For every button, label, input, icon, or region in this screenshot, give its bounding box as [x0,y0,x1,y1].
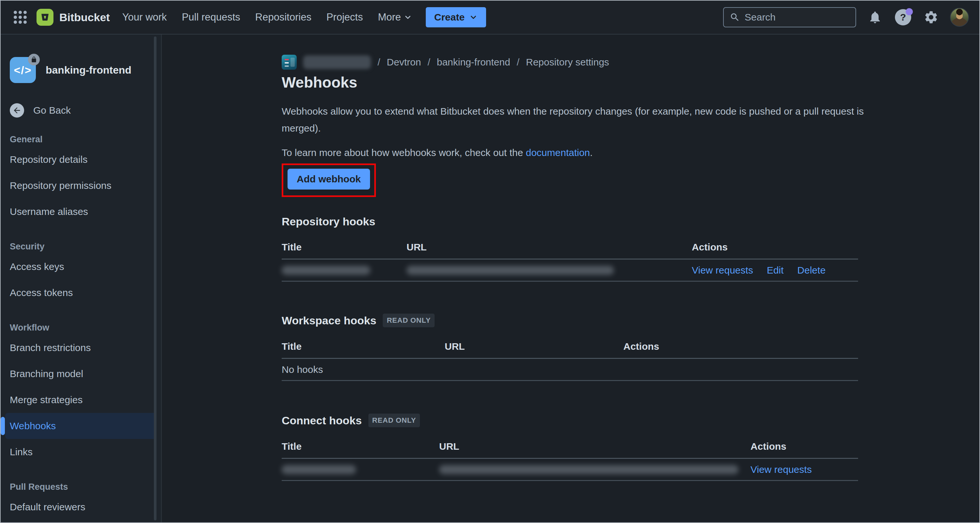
search-input[interactable]: Search [723,7,856,27]
gear-icon [924,10,939,25]
table-row-empty: No hooks [282,359,858,381]
arrow-left-icon [10,103,24,117]
column-actions: Actions [623,341,858,352]
connect-hooks-title: Connect hooks [282,414,362,427]
hook-url-redacted [407,266,614,275]
grid-icon [14,11,17,14]
sidebar-heading-workflow: Workflow [10,323,152,333]
learn-more-text: To learn more about how webhooks work, c… [282,147,979,158]
main-content: / Devtron / banking-frontend / Repositor… [162,35,979,522]
sidebar-item-merge-strategies[interactable]: Merge strategies [5,387,156,413]
breadcrumb: / Devtron / banking-frontend / Repositor… [282,55,979,70]
go-back-button[interactable]: Go Back [1,103,161,117]
connect-hooks-table-header: Title URL Actions [282,441,858,459]
delete-link[interactable]: Delete [797,265,826,276]
workspace-hooks-title: Workspace hooks [282,314,376,327]
sidebar-list-security: Access keys Access tokens [1,254,161,306]
red-highlight-box: Add webhook [282,163,376,197]
sidebar-item-links[interactable]: Links [5,439,156,465]
bitbucket-icon [37,9,54,26]
sidebar-item-repository-details[interactable]: Repository details [5,147,156,173]
settings-button[interactable] [922,8,940,26]
sidebar-item-branching-model[interactable]: Branching model [5,361,156,387]
nav-your-work[interactable]: Your work [122,11,167,23]
sidebar-list-workflow: Branch restrictions Branching model Merg… [1,335,161,465]
help-button[interactable]: ? [894,8,912,26]
sidebar-item-access-tokens[interactable]: Access tokens [5,280,156,306]
sidebar-heading-pull-requests: Pull Requests [10,482,152,492]
documentation-link[interactable]: documentation [526,147,590,158]
column-url: URL [445,341,623,352]
sidebar-item-access-keys[interactable]: Access keys [5,254,156,280]
hook-url-redacted [439,465,738,474]
sidebar-list-general: Repository details Repository permission… [1,147,161,225]
search-placeholder: Search [745,12,776,23]
nav-more[interactable]: More [378,11,412,23]
sidebar-heading-general: General [10,135,152,144]
sidebar-item-repository-permissions[interactable]: Repository permissions [5,173,156,199]
connect-hooks-heading: Connect hooks READ ONLY [282,414,858,427]
go-back-label: Go Back [33,105,71,116]
sidebar-list-pull-requests: Default reviewers [1,494,161,520]
sidebar-item-branch-restrictions[interactable]: Branch restrictions [5,335,156,361]
top-navigation: Bitbucket Your work Pull requests Reposi… [1,1,979,35]
user-avatar[interactable] [950,8,969,27]
notifications-button[interactable] [866,8,884,26]
code-icon: </> [14,64,32,76]
repository-hooks-table-header: Title URL Actions [282,242,858,260]
webhooks-description: Webhooks allow you to extend what Bitbuc… [282,103,872,137]
repository-hooks-heading: Repository hooks [282,215,858,228]
chevron-down-icon [469,13,477,22]
workspace-hooks-section: Workspace hooks READ ONLY Title URL Acti… [282,314,858,381]
workspace-hooks-table-header: Title URL Actions [282,341,858,359]
column-title: Title [282,441,439,452]
bitbucket-home-link[interactable]: Bitbucket [37,9,110,26]
brand-name: Bitbucket [59,11,110,24]
column-url: URL [407,242,692,253]
bitbucket-window: Bitbucket Your work Pull requests Reposi… [0,0,980,523]
primary-nav: Your work Pull requests Repositories Pro… [122,11,412,23]
edit-link[interactable]: Edit [767,265,784,276]
breadcrumb-separator: / [427,57,430,68]
notification-dot [906,8,913,15]
workspace-hooks-heading: Workspace hooks READ ONLY [282,314,858,327]
repo-name: banking-frontend [46,64,131,76]
sidebar-item-default-reviewers[interactable]: Default reviewers [5,494,156,520]
view-requests-link[interactable]: View requests [751,464,812,475]
add-webhook-button[interactable]: Add webhook [288,169,370,190]
nav-more-label: More [378,11,401,23]
hook-title-redacted [282,465,356,474]
connect-hooks-section: Connect hooks READ ONLY Title URL Action… [282,414,858,481]
read-only-badge: READ ONLY [368,414,420,427]
repository-hooks-section: Repository hooks Title URL Actions View … [282,215,858,282]
hook-title-redacted [282,266,370,275]
row-actions: View requests Edit Delete [692,265,858,276]
breadcrumb-project[interactable]: Devtron [387,57,421,68]
create-button-label: Create [434,12,465,23]
learn-more-prefix: To learn more about how webhooks work, c… [282,147,526,158]
topnav-icon-group: ? [866,8,969,27]
settings-sidebar: </> banking-frontend Go Back General Rep… [1,35,162,522]
sidebar-item-username-aliases[interactable]: Username aliases [5,199,156,225]
sidebar-item-webhooks[interactable]: Webhooks [5,413,156,439]
view-requests-link[interactable]: View requests [692,265,753,276]
breadcrumb-separator: / [517,57,519,68]
repo-header: </> banking-frontend [1,57,161,83]
nav-pull-requests[interactable]: Pull requests [182,11,240,23]
column-actions: Actions [692,242,858,253]
sidebar-heading-security: Security [10,242,152,252]
breadcrumb-repository-settings[interactable]: Repository settings [526,57,609,68]
chevron-down-icon [404,13,412,22]
nav-projects[interactable]: Projects [326,11,363,23]
breadcrumb-separator: / [377,57,380,68]
app-switcher-button[interactable] [11,8,29,26]
no-hooks-text: No hooks [282,364,445,375]
bell-icon [868,10,882,24]
nav-repositories[interactable]: Repositories [255,11,311,23]
create-button[interactable]: Create [426,7,486,27]
breadcrumb-repository[interactable]: banking-frontend [437,57,510,68]
column-actions: Actions [751,441,858,452]
read-only-badge: READ ONLY [383,314,434,327]
row-actions: View requests [751,464,858,475]
workspace-avatar-icon [282,55,297,70]
